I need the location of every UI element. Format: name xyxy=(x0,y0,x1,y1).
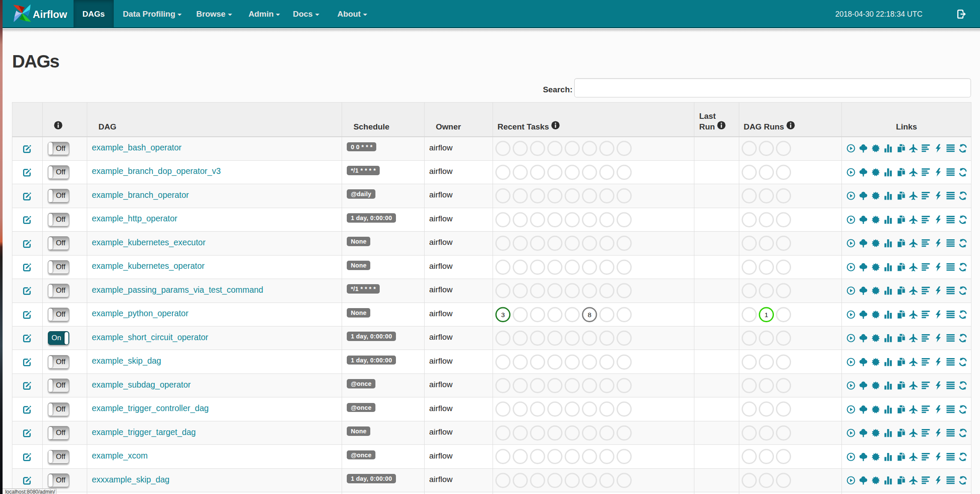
svg-text:1: 1 xyxy=(765,311,768,318)
svg-text:8: 8 xyxy=(588,311,592,318)
svg-text:3: 3 xyxy=(501,311,505,318)
